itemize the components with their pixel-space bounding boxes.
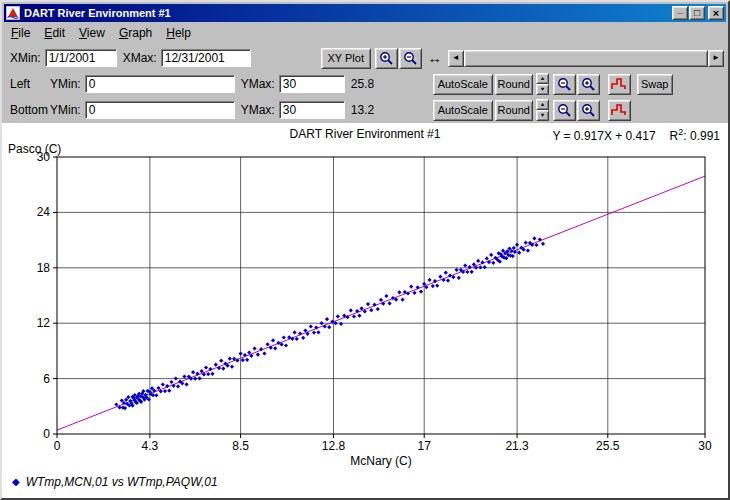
menu-graph[interactable]: Graph — [112, 25, 159, 42]
scatter-point — [241, 358, 245, 362]
left-zoom-out-button[interactable] — [553, 74, 576, 95]
scroll-left-button[interactable]: ◄ — [448, 50, 464, 67]
left-autoscale-button[interactable]: AutoScale — [433, 74, 493, 95]
scroll-left-icon: ◄ — [452, 54, 460, 62]
scatter-point — [438, 275, 442, 279]
x-tick-label: 30 — [698, 439, 712, 453]
left-zoom-in-button[interactable] — [577, 74, 600, 95]
app-icon — [6, 6, 20, 20]
scatter-point — [444, 271, 448, 275]
scatter-point — [478, 265, 482, 269]
scatter-point — [312, 331, 316, 335]
maximize-button[interactable]: □ — [689, 6, 705, 20]
scatter-point — [295, 337, 299, 341]
spin-down-icon: ▼ — [539, 87, 545, 93]
scatter-point — [271, 338, 275, 342]
scatter-point — [524, 241, 528, 245]
left-spin-down-button[interactable]: ▼ — [536, 84, 549, 95]
x-tick-label: 17 — [418, 439, 432, 453]
scatter-point — [230, 365, 234, 369]
step-plot-icon — [611, 103, 627, 117]
left-round-button[interactable]: Round — [495, 74, 533, 95]
left-spin-up-button[interactable]: ▲ — [536, 73, 549, 84]
scatter-point — [320, 321, 324, 325]
scatter-point — [515, 243, 519, 247]
scatter-point — [357, 314, 361, 318]
date-scrollbar[interactable]: ◄ ► — [448, 50, 724, 67]
left-axis-spinner: ▲ ▼ — [536, 73, 549, 95]
scatter-point — [182, 374, 186, 378]
close-button[interactable]: × — [708, 6, 724, 20]
left-ymax-input[interactable] — [279, 75, 345, 93]
scatter-point — [512, 246, 516, 250]
scatter-point — [228, 357, 232, 361]
scroll-right-icon: ► — [712, 54, 720, 62]
scatter-point — [309, 324, 313, 328]
bottom-row-label: Bottom — [10, 103, 46, 117]
bottom-ymax-label: YMax: — [241, 103, 275, 117]
title-bar[interactable]: DART River Environment #1 _ □ × — [4, 4, 726, 22]
left-ymin-input[interactable] — [85, 75, 235, 93]
x-zoom-out-button[interactable] — [399, 48, 422, 69]
menu-edit[interactable]: Edit — [37, 25, 72, 42]
scrollbar-thumb[interactable] — [464, 50, 708, 67]
left-row-label: Left — [10, 77, 46, 91]
left-step-plot-button[interactable] — [608, 74, 631, 95]
scatter-point — [409, 285, 413, 289]
xmin-input[interactable] — [45, 49, 117, 67]
menu-help[interactable]: Help — [159, 25, 198, 42]
bottom-axis-toolbar: Bottom YMin: YMax: 13.2 AutoScale Round … — [2, 99, 728, 121]
bottom-autoscale-button[interactable]: AutoScale — [433, 100, 493, 121]
xy-plot-button[interactable]: XY Plot — [321, 48, 371, 69]
scroll-right-button[interactable]: ► — [708, 50, 724, 67]
scatter-point — [273, 346, 277, 350]
y-tick-label: 30 — [37, 150, 51, 164]
bottom-axis-max-readout: 13.2 — [351, 103, 389, 117]
scatter-point — [210, 372, 214, 376]
bottom-round-button[interactable]: Round — [495, 100, 533, 121]
scatter-point — [301, 336, 305, 340]
scatter-point — [483, 265, 487, 269]
scatter-point — [376, 307, 380, 311]
spin-down-icon: ▼ — [539, 113, 545, 119]
scatter-point — [465, 270, 469, 274]
scatter-point — [366, 302, 370, 306]
scatter-point — [266, 342, 270, 346]
x-tick-label: 25.5 — [596, 439, 620, 453]
scatter-point — [262, 351, 266, 355]
xmax-input[interactable] — [161, 49, 251, 67]
scatter-point — [191, 370, 195, 374]
scatter-point — [349, 308, 353, 312]
scatter-point — [455, 268, 459, 272]
bottom-ymin-input[interactable] — [85, 101, 235, 119]
scatter-point — [339, 322, 343, 326]
scatter-point — [206, 372, 210, 376]
scatter-point — [541, 242, 545, 246]
menu-file[interactable]: File — [4, 25, 37, 42]
minimize-button[interactable]: _ — [672, 6, 688, 20]
scatter-point — [161, 382, 165, 386]
scatter-point — [253, 346, 257, 350]
bottom-zoom-in-button[interactable] — [577, 100, 600, 121]
scatter-point — [463, 263, 467, 267]
bottom-zoom-out-button[interactable] — [553, 100, 576, 121]
bottom-step-plot-button[interactable] — [608, 100, 631, 121]
x-zoom-in-button[interactable] — [375, 48, 398, 69]
x-tick-label: 21.3 — [505, 439, 529, 453]
swap-axes-button[interactable]: Swap — [637, 74, 673, 95]
bottom-spin-up-button[interactable]: ▲ — [536, 99, 549, 110]
x-axis-label: McNary (C) — [57, 454, 705, 468]
menu-view[interactable]: View — [72, 25, 112, 42]
xmin-label: XMin: — [10, 51, 41, 65]
window-title: DART River Environment #1 — [24, 7, 671, 19]
bottom-ymax-input[interactable] — [279, 101, 345, 119]
bottom-spin-down-button[interactable]: ▼ — [536, 110, 549, 121]
spin-up-icon: ▲ — [539, 102, 545, 108]
scatter-point — [193, 377, 197, 381]
scatter-point — [532, 236, 536, 240]
scatter-point — [379, 298, 383, 302]
x-tick-label: 4.3 — [142, 439, 159, 453]
scatter-point — [293, 330, 297, 334]
scatter-point — [428, 278, 432, 282]
left-ymin-label: YMin: — [50, 77, 81, 91]
